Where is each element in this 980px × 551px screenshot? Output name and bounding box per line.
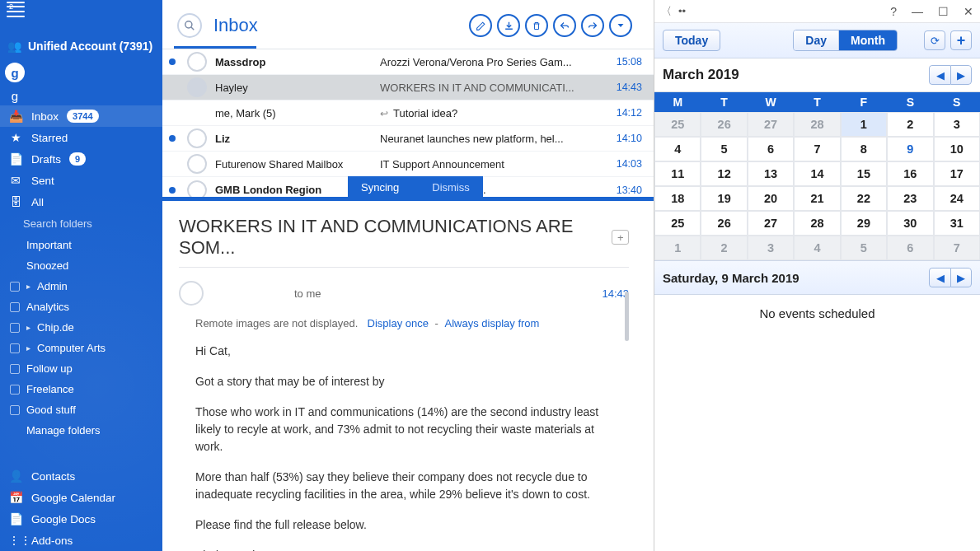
calendar-day[interactable]: 4 (794, 236, 840, 260)
back-icon[interactable]: 〈 (661, 4, 672, 19)
calendar-day[interactable]: 14 (794, 161, 840, 186)
always-display-link[interactable]: Always display from (445, 317, 540, 329)
today-button[interactable]: Today (663, 30, 720, 51)
more-button[interactable] (609, 14, 632, 37)
close-button[interactable]: ✕ (964, 5, 973, 18)
sidebar-drafts[interactable]: 📄 Drafts 9 (0, 148, 162, 170)
calendar-day[interactable]: 6 (887, 236, 933, 260)
calendar-day[interactable]: 25 (654, 112, 701, 137)
calendar-day[interactable]: 11 (654, 161, 701, 186)
next-month-button[interactable]: ▶ (950, 65, 972, 85)
folder-freelance[interactable]: Freelance (0, 379, 162, 399)
calendar-day[interactable]: 13 (748, 161, 794, 186)
calendar-day[interactable]: 25 (654, 211, 701, 236)
help-icon[interactable]: ? (890, 5, 897, 18)
calendar-day[interactable]: 19 (701, 186, 747, 211)
message-row[interactable]: Massdrop Arozzi Verona/Verona Pro Series… (162, 49, 654, 75)
tab-day[interactable]: Day (794, 30, 839, 50)
sidebar-contacts[interactable]: 👤Contacts (0, 465, 162, 487)
delete-button[interactable] (525, 14, 548, 37)
folder-admin[interactable]: ▸Admin (0, 276, 162, 297)
calendar-day[interactable]: 9 (887, 137, 933, 161)
calendar-day[interactable]: 15 (841, 161, 887, 186)
sidebar-gdocs[interactable]: 📄Google Docs (0, 508, 162, 530)
sidebar-addons[interactable]: ⋮⋮Add-ons (0, 530, 162, 551)
calendar-day[interactable]: 28 (794, 211, 840, 236)
calendar-day[interactable]: 1 (654, 236, 701, 260)
dismiss-button[interactable]: Dismiss (432, 181, 470, 194)
add-tag-button[interactable]: + (612, 230, 629, 245)
search-button[interactable] (177, 13, 202, 38)
calendar-day[interactable]: 28 (794, 112, 840, 137)
tab-month[interactable]: Month (839, 30, 897, 50)
calendar-day[interactable]: 5 (701, 137, 747, 161)
message-row[interactable]: me, Mark (5) ↩Tutorial idea? 14:12 (162, 100, 654, 126)
refresh-button[interactable]: ⟳ (924, 30, 945, 50)
menu-icon[interactable]: 2 (7, 5, 25, 18)
folder-chipde[interactable]: ▸Chip.de (0, 317, 162, 338)
account-circle-1[interactable]: g (5, 63, 25, 82)
calendar-day[interactable]: 27 (748, 211, 794, 236)
folder-analytics[interactable]: Analytics (0, 297, 162, 317)
calendar-day[interactable]: 7 (934, 236, 980, 260)
folder-snoozed[interactable]: Snoozed (0, 255, 162, 276)
reply-button[interactable] (553, 14, 576, 37)
message-row[interactable]: Liz Neuranet launches new platform, hel.… (162, 126, 654, 152)
calendar-day[interactable]: 10 (934, 137, 980, 161)
calendar-day[interactable]: 30 (887, 211, 933, 236)
calendar-day[interactable]: 6 (748, 137, 794, 161)
calendar-day[interactable]: 24 (934, 186, 980, 211)
calendar-day[interactable]: 8 (841, 137, 887, 161)
unified-account[interactable]: 👥 Unified Account (7391) (0, 35, 162, 59)
folder-goodstuff[interactable]: Good stuff (0, 399, 162, 420)
scrollbar[interactable] (625, 292, 629, 341)
folder-important[interactable]: Important (0, 235, 162, 255)
folder-computer-arts[interactable]: ▸Computer Arts (0, 338, 162, 358)
calendar-day[interactable]: 12 (701, 161, 747, 186)
folder-followup[interactable]: Follow up (0, 358, 162, 379)
calendar-day[interactable]: 2 (887, 112, 933, 137)
sidebar-starred[interactable]: ★ Starred (0, 127, 162, 148)
calendar-day[interactable]: 22 (841, 186, 887, 211)
message-row[interactable]: Hayley WORKERS IN IT AND COMMUNICATI... … (162, 75, 654, 100)
calendar-day[interactable]: 1 (841, 112, 887, 137)
checkbox-icon[interactable] (10, 385, 20, 395)
calendar-day[interactable]: 3 (934, 112, 980, 137)
calendar-day[interactable]: 26 (701, 112, 747, 137)
prev-day-button[interactable]: ◀ (929, 268, 950, 287)
sidebar-inbox[interactable]: 📥 Inbox 3744 (0, 105, 162, 127)
calendar-day[interactable]: 23 (887, 186, 933, 211)
search-folders[interactable]: Search folders (0, 212, 162, 235)
checkbox-icon[interactable] (10, 323, 20, 333)
maximize-button[interactable]: ☐ (938, 5, 949, 18)
minimize-button[interactable]: — (912, 5, 923, 18)
calendar-day[interactable]: 5 (841, 236, 887, 260)
add-event-button[interactable]: + (950, 30, 972, 50)
checkbox-icon[interactable] (10, 364, 20, 374)
checkbox-icon[interactable] (10, 405, 20, 415)
prev-month-button[interactable]: ◀ (929, 65, 950, 85)
calendar-day[interactable]: 18 (654, 186, 701, 211)
calendar-day[interactable]: 17 (934, 161, 980, 186)
next-day-button[interactable]: ▶ (950, 268, 972, 287)
calendar-day[interactable]: 20 (748, 186, 794, 211)
download-button[interactable] (497, 14, 520, 37)
manage-folders[interactable]: Manage folders (0, 420, 162, 441)
more-icon[interactable]: •• (678, 5, 686, 17)
checkbox-icon[interactable] (10, 302, 20, 312)
message-row[interactable]: Futurenow Shared Mailbox IT Support Anno… (162, 152, 654, 177)
calendar-day[interactable]: 21 (794, 186, 840, 211)
calendar-day[interactable]: 31 (934, 211, 980, 236)
compose-button[interactable] (469, 14, 492, 37)
calendar-day[interactable]: 2 (701, 236, 747, 260)
calendar-day[interactable]: 26 (701, 211, 747, 236)
sidebar-gcal[interactable]: 📅Google Calendar (0, 487, 162, 508)
calendar-day[interactable]: 4 (654, 137, 701, 161)
checkbox-icon[interactable] (10, 282, 20, 292)
calendar-day[interactable]: 3 (748, 236, 794, 260)
checkbox-icon[interactable] (10, 343, 20, 353)
display-once-link[interactable]: Display once (368, 317, 429, 329)
calendar-day[interactable]: 16 (887, 161, 933, 186)
sidebar-sent[interactable]: ✉ Sent (0, 170, 162, 191)
forward-button[interactable] (581, 14, 604, 37)
